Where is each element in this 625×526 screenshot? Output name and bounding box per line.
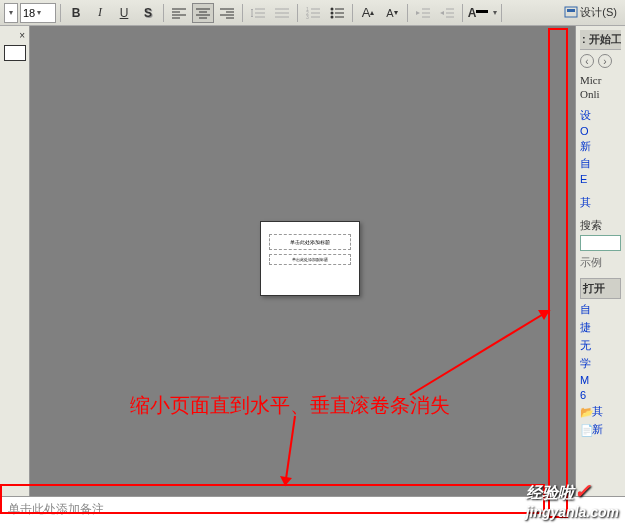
forward-icon[interactable]: ›	[598, 54, 612, 68]
open-section-header: 打开	[580, 278, 621, 299]
link-item[interactable]: 新	[580, 139, 621, 154]
link-item[interactable]: 自	[580, 156, 621, 171]
separator	[242, 4, 243, 22]
shadow-button[interactable]: S	[137, 3, 159, 23]
decrease-font-button[interactable]: A▾	[381, 3, 403, 23]
main-area: × 单击此处添加标题 单击此处添加副标题 : 开始工 ‹ › Micr Onli…	[0, 26, 625, 496]
bold-button[interactable]: B	[65, 3, 87, 23]
recent-item[interactable]: 自	[580, 302, 621, 317]
link-item[interactable]: 设	[580, 108, 621, 123]
recent-item[interactable]: 无	[580, 338, 621, 353]
chevron-down-icon: ▾	[9, 8, 13, 17]
slide-subtitle-placeholder[interactable]: 单击此处添加副标题	[269, 254, 351, 265]
numbered-list-button[interactable]: 123	[302, 3, 324, 23]
svg-text:3: 3	[306, 14, 309, 19]
separator	[462, 4, 463, 22]
recent-item[interactable]: 6	[580, 389, 621, 401]
align-right-button[interactable]	[216, 3, 238, 23]
italic-button[interactable]: I	[89, 3, 111, 23]
close-panel-icon[interactable]: ×	[4, 30, 25, 41]
increase-font-button[interactable]: A▴	[357, 3, 379, 23]
check-icon: ✓	[574, 480, 591, 502]
font-size-dropdown[interactable]: 18▾	[20, 3, 56, 23]
task-pane-header: : 开始工	[580, 30, 621, 50]
example-label: 示例	[580, 255, 621, 270]
font-dropdown[interactable]: ▾	[4, 3, 18, 23]
office-online-label: Micr	[580, 74, 621, 86]
slide-title-placeholder[interactable]: 单击此处添加标题	[269, 234, 351, 250]
separator	[163, 4, 164, 22]
recent-item[interactable]: 捷	[580, 320, 621, 335]
design-button[interactable]: 设计(S)	[560, 5, 621, 20]
chevron-down-icon[interactable]: ▾	[493, 8, 497, 17]
separator	[407, 4, 408, 22]
back-icon[interactable]: ‹	[580, 54, 594, 68]
search-input[interactable]	[580, 235, 621, 251]
folder-icon: 📂	[580, 406, 592, 418]
svg-point-24	[331, 7, 334, 10]
chevron-down-icon: ▾	[37, 8, 41, 17]
separator	[60, 4, 61, 22]
slide-canvas[interactable]: 单击此处添加标题 单击此处添加副标题	[30, 26, 575, 496]
link-item[interactable]: 其	[580, 195, 621, 210]
recent-item[interactable]: 📂其	[580, 404, 621, 419]
svg-point-26	[331, 11, 334, 14]
decrease-indent-button[interactable]	[412, 3, 434, 23]
bullet-list-button[interactable]	[326, 3, 348, 23]
recent-item[interactable]: 学	[580, 356, 621, 371]
office-online-sublabel: Onli	[580, 88, 621, 100]
design-label: 设计(S)	[580, 5, 617, 20]
align-left-button[interactable]	[168, 3, 190, 23]
separator	[352, 4, 353, 22]
line-spacing-button[interactable]	[247, 3, 269, 23]
align-center-button[interactable]	[192, 3, 214, 23]
separator	[501, 4, 502, 22]
slides-panel: ×	[0, 26, 30, 496]
formatting-toolbar: ▾ 18▾ B I U S 123 A▴ A▾ A ▾ 设计(S)	[0, 0, 625, 26]
watermark: 经验啦✓ jingyanla.com	[526, 479, 619, 520]
link-item[interactable]: E	[580, 173, 621, 185]
search-label: 搜索	[580, 218, 621, 233]
link-item[interactable]: O	[580, 125, 621, 137]
underline-button[interactable]: U	[113, 3, 135, 23]
new-item[interactable]: 📄新	[580, 422, 621, 437]
recent-item[interactable]: M	[580, 374, 621, 386]
new-icon: 📄	[580, 424, 592, 436]
slide[interactable]: 单击此处添加标题 单击此处添加副标题	[260, 221, 360, 296]
svg-rect-37	[567, 9, 575, 12]
font-size-value: 18	[23, 7, 35, 19]
distribute-button[interactable]	[271, 3, 293, 23]
font-color-button[interactable]: A	[467, 3, 489, 23]
increase-indent-button[interactable]	[436, 3, 458, 23]
separator	[297, 4, 298, 22]
svg-point-28	[331, 15, 334, 18]
slide-thumbnail[interactable]	[4, 45, 26, 61]
task-pane: : 开始工 ‹ › Micr Onli 设 O 新 自 E 其 搜索 示例 打开…	[575, 26, 625, 496]
